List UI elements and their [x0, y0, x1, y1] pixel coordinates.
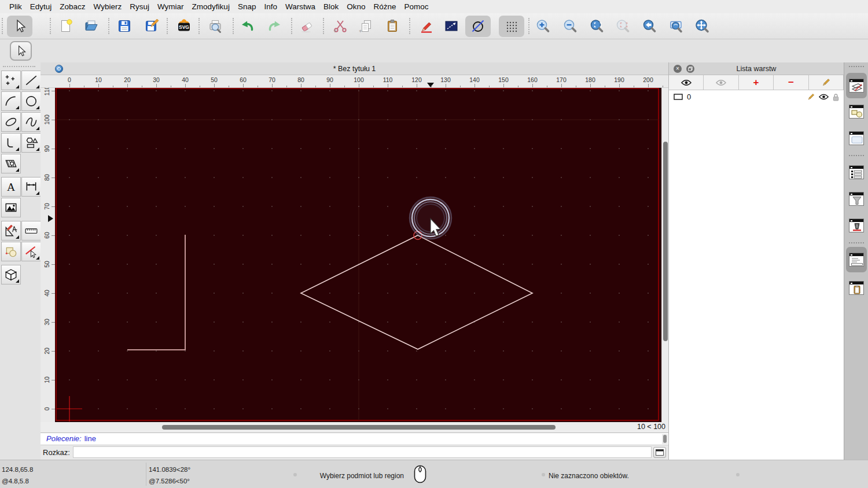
new-document-button[interactable]	[57, 17, 75, 35]
save-button[interactable]	[116, 17, 133, 35]
grid-toggle-button[interactable]	[503, 17, 520, 35]
menu-edytuj[interactable]: Edytuj	[27, 2, 55, 11]
zoom-previous-button[interactable]	[641, 17, 658, 35]
menu-plik[interactable]: Plik	[6, 2, 25, 11]
polyline-tool-button[interactable]	[1, 133, 21, 153]
menu-blok[interactable]: Blok	[321, 2, 341, 11]
redo-button[interactable]	[266, 17, 284, 35]
menu-zobacz[interactable]: Zobacz	[57, 2, 88, 11]
layers-window-icon	[849, 79, 864, 93]
dock-block-list-button[interactable]	[846, 99, 867, 124]
select-button[interactable]	[11, 17, 28, 35]
polar-absolute-coordinates: 141.0839<28°	[149, 466, 190, 473]
h-ruler-label: 30	[153, 76, 160, 83]
dock-layer-list-button[interactable]	[846, 73, 867, 98]
modify-tool-button[interactable]	[1, 221, 21, 241]
print-preview-button[interactable]	[207, 17, 224, 35]
eraser-button[interactable]	[298, 17, 315, 35]
menu-pomoc[interactable]: Pomoc	[402, 2, 432, 11]
command-input[interactable]	[73, 446, 652, 458]
paste-button[interactable]	[384, 17, 401, 35]
canvas-svg	[55, 88, 661, 422]
h-ruler-label: 180	[585, 76, 595, 83]
menu-snap[interactable]: Snap	[235, 2, 259, 11]
line-attributes-button[interactable]	[443, 17, 460, 35]
copy-button[interactable]: +	[357, 17, 374, 35]
menu-zmodyfikuj[interactable]: Zmodyfikuj	[189, 2, 233, 11]
remove-layer-button[interactable]: −	[774, 75, 808, 90]
dock-selection-filter-button[interactable]	[846, 186, 867, 212]
ellipse-tool-button[interactable]	[1, 112, 21, 132]
undo-button[interactable]	[238, 17, 256, 35]
horizontal-scrollbar-thumb[interactable]	[162, 425, 556, 430]
edit-layer-button[interactable]	[809, 75, 844, 90]
deselect-tool-button[interactable]	[21, 242, 41, 261]
dock-command-widget-button[interactable]	[846, 247, 867, 272]
open-file-button[interactable]	[83, 17, 100, 35]
command-history-scrollbar[interactable]	[662, 434, 668, 444]
zoom-in-button[interactable]	[534, 17, 551, 35]
menu-warstwa[interactable]: Warstwa	[282, 2, 318, 11]
layer-edit-pencil-icon[interactable]	[807, 93, 815, 101]
dock-clipboard-button[interactable]	[846, 275, 867, 301]
zoom-selection-button[interactable]	[614, 17, 631, 35]
image-icon	[4, 201, 18, 215]
palette-drag-handle[interactable]	[3, 66, 35, 67]
pen-attributes-button[interactable]	[418, 17, 435, 35]
drawing-canvas[interactable]	[55, 88, 661, 422]
drawn-diamond[interactable]	[301, 235, 532, 349]
show-all-layers-button[interactable]	[669, 75, 704, 90]
horizontal-scrollbar[interactable]: 10 < 100	[41, 422, 668, 432]
draft-mode-button[interactable]	[469, 17, 487, 35]
spline-tool-button[interactable]	[21, 112, 41, 132]
copy-icon: +	[358, 18, 374, 34]
solid-3d-tool-button[interactable]	[1, 265, 21, 284]
current-tool-select-button[interactable]	[10, 41, 32, 61]
document-title: * Bez tytułu 1	[41, 65, 668, 73]
menu-wybierz[interactable]: Wybierz	[91, 2, 125, 11]
zoom-pan-button[interactable]	[693, 17, 711, 35]
h-ruler-label: 200	[643, 76, 653, 83]
add-layer-button[interactable]: +	[739, 75, 774, 90]
print-preview-icon	[207, 18, 223, 34]
dock-library-browser-button[interactable]	[846, 125, 867, 151]
command-widget-button[interactable]	[653, 447, 666, 458]
line-tool-button[interactable]	[21, 71, 41, 90]
command-history: Polecenie:line	[41, 432, 668, 445]
drawn-polyline[interactable]	[127, 235, 185, 350]
menu-info[interactable]: Info	[261, 2, 280, 11]
menu-wymiar[interactable]: Wymiar	[155, 2, 187, 11]
zoom-window-icon	[668, 18, 684, 34]
save-as-button[interactable]	[143, 17, 160, 35]
layer-row[interactable]: 0	[669, 90, 844, 103]
zoom-auto-button[interactable]	[588, 17, 605, 35]
layer-visibility-eye-icon[interactable]	[819, 94, 829, 100]
svg-export-button[interactable]: SVG	[175, 17, 193, 35]
hide-all-layers-button[interactable]	[704, 75, 738, 90]
zoom-out-icon	[562, 18, 578, 34]
menu-okno[interactable]: Okno	[344, 2, 368, 11]
measure-tool-button[interactable]	[21, 221, 41, 241]
dock-pen-palette-button[interactable]	[846, 213, 867, 238]
vertical-scrollbar-thumb[interactable]	[663, 142, 668, 341]
points-tool-button[interactable]	[1, 71, 21, 90]
image-tool-button[interactable]	[1, 198, 21, 217]
menu-rysuj[interactable]: Rysuj	[127, 2, 152, 11]
dimension-tool-button[interactable]	[21, 177, 41, 197]
arc-tool-button[interactable]	[1, 91, 21, 111]
circle-tool-button[interactable]	[21, 91, 41, 111]
dock-entity-list-button[interactable]	[846, 160, 867, 185]
zoom-in-icon	[535, 18, 551, 34]
menu-rozne[interactable]: Różne	[371, 2, 399, 11]
eraser-icon	[299, 18, 315, 34]
cut-button[interactable]: +	[332, 17, 349, 35]
info-order-tool-button[interactable]	[1, 242, 21, 261]
layer-lock-icon[interactable]	[833, 93, 839, 101]
hatch-tool-button[interactable]	[1, 154, 21, 173]
vertical-scrollbar[interactable]	[661, 88, 668, 422]
zoom-window-button[interactable]	[667, 17, 685, 35]
text-tool-button[interactable]: A	[1, 177, 21, 197]
shapes-tool-button[interactable]	[21, 133, 41, 153]
dock-drag-handle[interactable]	[849, 66, 864, 67]
zoom-out-button[interactable]	[561, 17, 579, 35]
